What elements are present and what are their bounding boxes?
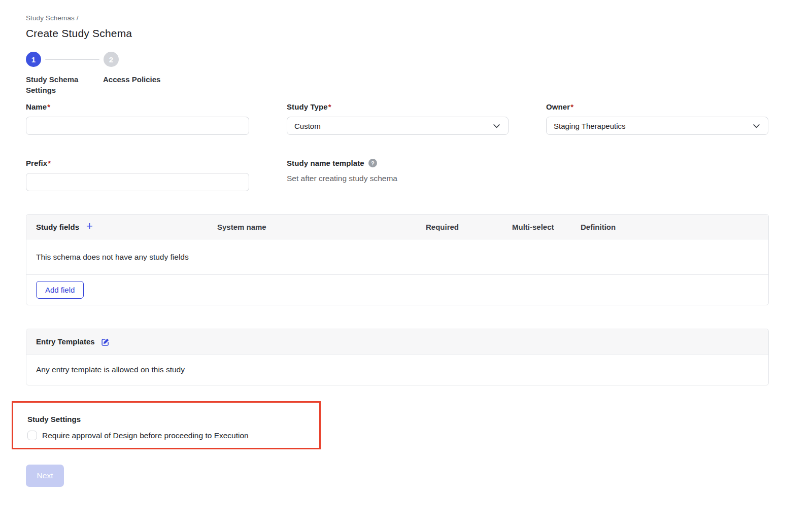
study-settings-annotation-box: Study Settings Require approval of Desig… bbox=[12, 401, 321, 449]
breadcrumb[interactable]: Study Schemas / bbox=[26, 14, 812, 22]
study-name-template-label: Study name template bbox=[287, 159, 364, 167]
name-label: Name* bbox=[26, 102, 249, 111]
owner-field-group: Owner* Staging Therapeutics bbox=[546, 102, 768, 135]
entry-templates-message: Any entry template is allowed on this st… bbox=[36, 365, 185, 374]
prefix-label: Prefix* bbox=[26, 159, 249, 167]
column-header-multi-select: Multi-select bbox=[512, 223, 581, 231]
required-asterisk: * bbox=[47, 102, 50, 111]
add-field-plus-icon[interactable]: + bbox=[86, 221, 93, 232]
study-type-field-group: Study Type* Custom bbox=[287, 102, 509, 135]
page-title: Create Study Schema bbox=[26, 27, 812, 40]
study-fields-title: Study fields bbox=[36, 223, 79, 231]
column-header-definition: Definition bbox=[581, 223, 768, 231]
study-type-select[interactable]: Custom bbox=[287, 117, 509, 135]
study-name-template-group: Study name template ? Set after creating… bbox=[287, 159, 768, 191]
name-field-group: Name* bbox=[26, 102, 249, 135]
study-fields-footer: Add field bbox=[26, 275, 768, 305]
study-fields-title-cell: Study fields + bbox=[36, 222, 217, 232]
study-fields-table-header: Study fields + System name Required Mult… bbox=[26, 215, 768, 239]
study-fields-empty-row: This schema does not have any study fiel… bbox=[26, 239, 768, 275]
column-header-required: Required bbox=[426, 223, 512, 231]
study-settings-title: Study Settings bbox=[27, 415, 319, 423]
stepper: 1 2 Study Schema Settings Access Policie… bbox=[26, 52, 812, 95]
required-asterisk: * bbox=[328, 102, 331, 111]
require-approval-row: Require approval of Design before procee… bbox=[27, 431, 319, 440]
column-header-system-name: System name bbox=[217, 223, 426, 231]
entry-templates-title: Entry Templates bbox=[36, 337, 95, 346]
entry-templates-card: Entry Templates Any entry template is al… bbox=[26, 329, 769, 385]
schema-settings-form: Name* Study Type* Custom Owner* Staging … bbox=[26, 102, 812, 191]
step-2-label: Access Policies bbox=[103, 74, 160, 85]
edit-icon[interactable] bbox=[101, 338, 110, 346]
stepper-connector-line bbox=[45, 59, 99, 60]
owner-value: Staging Therapeutics bbox=[554, 122, 625, 130]
owner-label: Owner* bbox=[546, 102, 768, 111]
required-asterisk: * bbox=[570, 102, 573, 111]
required-asterisk: * bbox=[48, 159, 51, 167]
require-approval-checkbox[interactable] bbox=[27, 431, 37, 440]
entry-templates-body: Any entry template is allowed on this st… bbox=[26, 355, 768, 385]
step-2-indicator[interactable]: 2 bbox=[104, 52, 119, 67]
chevron-down-icon bbox=[752, 122, 761, 130]
next-button[interactable]: Next bbox=[26, 465, 64, 487]
create-study-schema-page: Study Schemas / Create Study Schema 1 2 … bbox=[0, 0, 812, 487]
prefix-field-group: Prefix* bbox=[26, 159, 249, 191]
prefix-input[interactable] bbox=[26, 173, 249, 191]
study-name-template-note: Set after creating study schema bbox=[287, 174, 768, 183]
chevron-down-icon bbox=[492, 122, 501, 130]
study-fields-empty-message: This schema does not have any study fiel… bbox=[36, 253, 189, 262]
study-fields-card: Study fields + System name Required Mult… bbox=[26, 214, 769, 305]
step-1-label: Study Schema Settings bbox=[26, 74, 86, 95]
study-type-label: Study Type* bbox=[287, 102, 509, 111]
require-approval-label: Require approval of Design before procee… bbox=[42, 431, 249, 440]
help-icon[interactable]: ? bbox=[368, 159, 377, 167]
name-input[interactable] bbox=[26, 117, 249, 135]
study-type-value: Custom bbox=[294, 122, 321, 130]
owner-select[interactable]: Staging Therapeutics bbox=[546, 117, 768, 135]
entry-templates-header: Entry Templates bbox=[26, 329, 768, 355]
step-1-indicator[interactable]: 1 bbox=[26, 52, 41, 67]
add-field-button[interactable]: Add field bbox=[36, 281, 84, 299]
